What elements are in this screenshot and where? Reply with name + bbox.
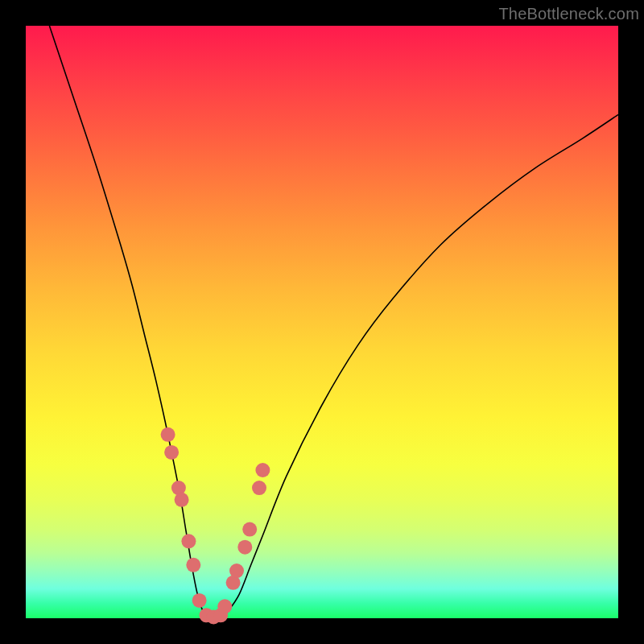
highlight-dot: [192, 593, 207, 608]
highlight-dot: [229, 564, 244, 578]
highlight-dot: [181, 534, 196, 548]
highlight-dot: [164, 445, 179, 460]
highlight-dot: [161, 427, 175, 442]
highlight-dot: [252, 481, 266, 495]
highlight-dot: [237, 540, 252, 555]
watermark-text: TheBottleneck.com: [498, 5, 639, 23]
chart-canvas: TheBottleneck.com: [0, 0, 644, 644]
plot-area: [26, 26, 618, 618]
highlight-dot: [255, 463, 270, 477]
frame-left: [0, 0, 26, 644]
highlight-dot: [217, 599, 232, 613]
frame-bottom: [0, 618, 644, 644]
highlight-dot: [186, 558, 200, 572]
highlight-dot: [242, 522, 257, 537]
frame-right: [618, 0, 644, 644]
bottleneck-curve: [49, 26, 618, 619]
curve-svg: [26, 26, 618, 618]
highlight-dot: [175, 493, 189, 507]
highlight-dots: [161, 427, 270, 625]
